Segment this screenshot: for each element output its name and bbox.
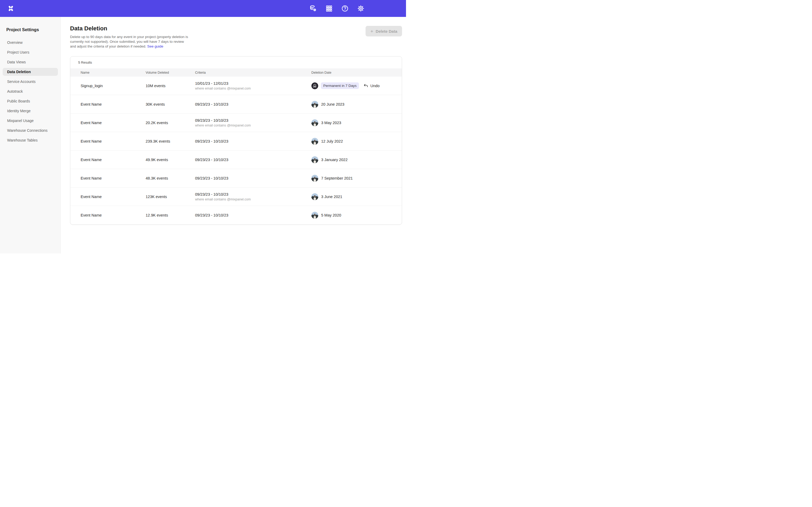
table-row: Event Name 30K events 09/23/23 - 10/10/2…	[70, 95, 402, 114]
user-avatar	[311, 175, 318, 182]
top-nav-bar	[0, 0, 406, 17]
sidebar-item-warehouse-connections[interactable]: Warehouse Connections	[3, 126, 58, 134]
row-criteria: 09/23/23 - 10/10/23	[195, 118, 311, 122]
status-badge: Permanent in 7 Days	[321, 82, 359, 89]
undo-label: Undo	[370, 84, 379, 88]
row-criteria-cell: 09/23/23 - 10/10/23	[195, 176, 311, 180]
row-name: Event Name	[81, 194, 146, 199]
user-avatar	[311, 138, 318, 145]
row-criteria: 09/23/23 - 10/10/23	[195, 158, 311, 162]
deletion-date: 5 May 2020	[321, 213, 341, 217]
row-volume: 48.3K events	[146, 176, 195, 180]
undo-button[interactable]: Undo	[363, 83, 379, 88]
see-guide-link[interactable]: See guide	[147, 44, 163, 48]
row-volume: 239.3K events	[146, 139, 195, 144]
sidebar-item-service-accounts[interactable]: Service Accounts	[3, 78, 58, 86]
sidebar-title: Project Settings	[6, 27, 58, 32]
row-deletion-date-cell: 12 July 2022	[311, 132, 402, 150]
user-avatar	[311, 82, 318, 89]
row-name: Event Name	[81, 102, 146, 106]
topbar-icons	[309, 5, 364, 12]
deletion-date: 3 May 2023	[321, 121, 341, 125]
undo-icon	[363, 83, 368, 88]
table-row: Signup_login 10M events 10/01/23 - 12/01…	[70, 76, 402, 95]
mixpanel-logo-icon[interactable]	[8, 5, 14, 12]
settings-icon[interactable]	[357, 5, 364, 12]
row-criteria-detail: where email contains @mixpanel.com	[195, 87, 311, 90]
deletion-date: 12 July 2022	[321, 139, 343, 144]
sidebar-nav: OverviewProject UsersData ViewsData Dele…	[3, 39, 58, 144]
page-head-text: Data Deletion Delete up to 90 days data …	[70, 25, 190, 49]
deletion-date: 3 June 2021	[321, 194, 342, 199]
table-row: Event Name 12.9K events 09/23/23 - 10/10…	[70, 206, 402, 224]
row-deletion-date-cell: 3 June 2021	[311, 187, 402, 206]
sidebar-item-identity-merge[interactable]: Identity Merge	[3, 107, 58, 115]
user-avatar	[311, 119, 318, 126]
row-criteria-detail: where email contains @mixpanel.com	[195, 198, 311, 201]
column-header-deletion-date: Deletion Date	[311, 71, 402, 74]
page-title: Data Deletion	[70, 25, 190, 32]
deletion-date: 20 June 2023	[321, 102, 344, 106]
page-description-text: Delete up to 90 days data for any event …	[70, 35, 188, 48]
column-header-volume-deleted: Volume Deleted	[146, 71, 195, 74]
help-icon[interactable]	[341, 5, 349, 12]
row-criteria-cell: 09/23/23 - 10/10/23	[195, 158, 311, 162]
row-criteria: 09/23/23 - 10/10/23	[195, 192, 311, 196]
column-header-criteria: Criteria	[195, 71, 311, 74]
row-deletion-date-cell: Permanent in 7 Days Undo	[311, 76, 402, 95]
sidebar-item-data-views[interactable]: Data Views	[3, 58, 58, 66]
main-content: Data Deletion Delete up to 90 days data …	[61, 17, 406, 253]
sidebar-item-data-deletion[interactable]: Data Deletion	[3, 68, 58, 76]
row-volume: 20.2K events	[146, 121, 195, 125]
row-name: Event Name	[81, 139, 146, 144]
row-criteria-cell: 09/23/23 - 10/10/23	[195, 213, 311, 217]
row-name: Event Name	[81, 158, 146, 162]
apps-grid-icon[interactable]	[325, 5, 333, 12]
data-management-icon[interactable]	[309, 5, 317, 12]
row-criteria-detail: where email contains @mixpanel.com	[195, 124, 311, 127]
deletions-table-card: 5 Results Name Volume Deleted Criteria D…	[70, 56, 402, 225]
deletion-date: 3 January 2022	[321, 158, 348, 162]
sidebar-item-public-boards[interactable]: Public Boards	[3, 97, 58, 105]
row-name: Event Name	[81, 176, 146, 180]
row-criteria: 09/23/23 - 10/10/23	[195, 176, 311, 180]
table-row: Event Name 20.2K events 09/23/23 - 10/10…	[70, 114, 402, 132]
row-criteria: 09/23/23 - 10/10/23	[195, 213, 311, 217]
row-criteria: 09/23/23 - 10/10/23	[195, 102, 311, 106]
table-row: Event Name 49.9K events 09/23/23 - 10/10…	[70, 151, 402, 169]
row-name: Event Name	[81, 213, 146, 217]
row-criteria-cell: 09/23/23 - 10/10/23	[195, 139, 311, 144]
row-volume: 10M events	[146, 84, 195, 88]
row-deletion-date-cell: 3 May 2023	[311, 114, 402, 132]
row-volume: 123K events	[146, 194, 195, 199]
page-description: Delete up to 90 days data for any event …	[70, 35, 190, 49]
table-body: Signup_login 10M events 10/01/23 - 12/01…	[70, 76, 402, 224]
user-avatar	[311, 212, 318, 219]
row-criteria-cell: 09/23/23 - 10/10/23	[195, 102, 311, 106]
user-avatar	[311, 193, 318, 200]
table-header-row: Name Volume Deleted Criteria Deletion Da…	[70, 68, 402, 76]
row-deletion-date-cell: 5 May 2020	[311, 206, 402, 224]
row-name: Signup_login	[81, 84, 146, 88]
row-deletion-date-cell: 3 January 2022	[311, 151, 402, 169]
user-avatar	[311, 101, 318, 108]
row-criteria-cell: 10/01/23 - 12/01/23 where email contains…	[195, 81, 311, 90]
delete-data-button-label: Delete Data	[375, 29, 397, 34]
sidebar-item-warehouse-tables[interactable]: Warehouse Tables	[3, 136, 58, 144]
user-avatar	[311, 156, 318, 163]
delete-data-button[interactable]: + Delete Data	[365, 26, 402, 37]
app-root: Project Settings OverviewProject UsersDa…	[0, 0, 406, 253]
row-volume: 30K events	[146, 102, 195, 106]
column-header-name: Name	[81, 71, 146, 74]
sidebar-item-autotrack[interactable]: Autotrack	[3, 88, 58, 95]
sidebar-item-project-users[interactable]: Project Users	[3, 48, 58, 56]
row-deletion-date-cell: 7 September 2021	[311, 169, 402, 187]
row-criteria: 10/01/23 - 12/01/23	[195, 81, 311, 86]
sidebar-item-mixpanel-usage[interactable]: Mixpanel Usage	[3, 117, 58, 125]
row-volume: 12.9K events	[146, 213, 195, 217]
table-row: Event Name 48.3K events 09/23/23 - 10/10…	[70, 169, 402, 187]
results-count: 5 Results	[70, 57, 402, 68]
sidebar-item-overview[interactable]: Overview	[3, 39, 58, 47]
table-row: Event Name 239.3K events 09/23/23 - 10/1…	[70, 132, 402, 151]
row-name: Event Name	[81, 121, 146, 125]
